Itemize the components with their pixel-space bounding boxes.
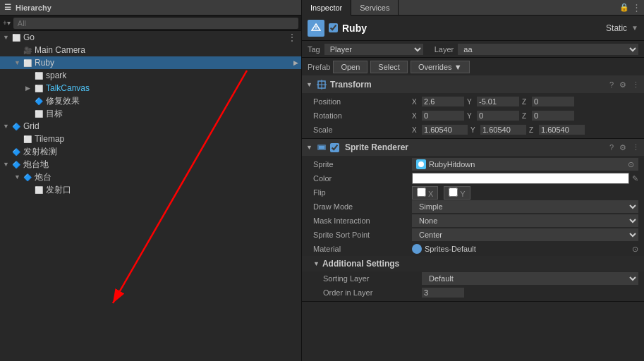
object-enabled-checkbox[interactable] [329,23,338,32]
expand-arrow-talkcanvas: ▶ [25,85,34,92]
scale-z-input[interactable] [539,125,585,135]
expand-arrow-go: ▼ [3,34,11,41]
material-label: Material [313,245,412,253]
sprite-renderer-menu-icon[interactable]: ⋮ [632,143,640,152]
flip-y-checkbox-area[interactable]: Y [444,186,470,200]
sz-label: Z [529,126,537,134]
transform-title: Transform [330,80,607,90]
order-in-layer-input[interactable] [422,288,464,298]
flip-x-checkbox-area[interactable]: X [412,186,438,200]
transform-header[interactable]: ▼ Transform ? ⚙ ⋮ [302,76,644,93]
sprite-row: Sprite RubyHitdown ⊙ [302,157,644,171]
flip-row: Flip X Y [302,185,644,200]
overrides-button[interactable]: Overrides ▼ [411,61,470,73]
transform-body: Position X Y Z [302,93,644,138]
lock-icon[interactable]: 🔒 [619,3,629,12]
rotation-label: Rotation [313,111,412,120]
tree-item-pao[interactable]: ▼ 🔷 炮台 [0,171,301,183]
svg-rect-8 [319,146,324,149]
sprite-renderer-title: Sprite Renderer [345,142,607,152]
draw-mode-row: Draw Mode Simple [302,200,644,214]
sprite-pick-btn[interactable]: ⊙ [628,160,634,169]
position-y-input[interactable] [477,97,519,106]
hierarchy-title: Hierarchy [16,4,51,12]
tab-services[interactable]: Services [351,0,399,16]
position-z-field: Z [522,97,574,106]
scale-x-input[interactable] [422,125,468,135]
tab-inspector[interactable]: Inspector [302,0,351,16]
sprite-field: RubyHitdown ⊙ [412,158,638,171]
select-button[interactable]: Select [370,61,408,73]
right-arrow-ruby: ▶ [293,59,298,66]
tree-item-paohai[interactable]: ▼ 🔷 炮台地 [0,158,301,171]
flip-y-checkbox[interactable] [449,188,458,197]
tree-item-talkcanvas[interactable]: ▶ ⬜ TalkCanvas [0,82,301,94]
tree-item-spark[interactable]: ⬜ spark [0,69,301,82]
rz-label: Z [522,112,530,120]
rotation-z-input[interactable] [532,111,574,121]
sprite-renderer-help-icon[interactable]: ? [609,143,614,152]
additional-settings-header[interactable]: ▼ Additional Settings [302,256,644,271]
static-dropdown-arrow[interactable]: ▼ [631,24,638,32]
layer-dropdown[interactable]: aa [458,44,638,55]
material-pick-btn[interactable]: ⊙ [632,245,638,254]
draw-mode-values: Simple [412,200,638,213]
position-x-field: X [412,97,464,106]
gameobject-icon-go: ⬜ [11,32,21,42]
tree-item-grid[interactable]: ▼ 🔷 Grid [0,120,301,133]
hierarchy-panel: ☰ Hierarchy +▾ ▼ ⬜ Go ⋮ 🎥 Main Camera [0,0,302,361]
flip-values: X Y [412,186,638,200]
search-input[interactable] [13,18,298,29]
sprite-sort-point-dropdown[interactable]: Center [412,228,638,241]
color-row: Color ✎ [302,171,644,185]
color-preview[interactable] [412,173,629,184]
draw-mode-label: Draw Mode [313,202,412,211]
mesh-icon-target: ⬜ [34,109,44,118]
go-icon-spark: ⬜ [34,71,44,80]
draw-mode-dropdown[interactable]: Simple [412,200,638,213]
rotation-x-input[interactable] [422,111,464,121]
position-values: X Y Z [412,97,638,106]
scale-values: X Y Z [412,125,638,135]
go-icon-tilemap: ⬜ [23,134,32,144]
transform-settings-icon[interactable]: ⚙ [619,80,626,90]
context-dots-go[interactable]: ⋮ [287,32,297,43]
tree-item-fakou[interactable]: ⬜ 发射口 [0,183,301,196]
tree-item-ruby[interactable]: ▼ ⬜ Ruby ▶ [0,56,301,69]
position-x-input[interactable] [422,97,464,106]
sorting-layer-dropdown[interactable]: Default [422,272,638,285]
mask-interaction-dropdown[interactable]: None [412,214,638,227]
tree-item-tilemap[interactable]: ⬜ Tilemap [0,133,301,145]
rotation-row: Rotation X Y Z [302,109,644,123]
sprite-renderer-enabled[interactable] [330,143,339,152]
transform-icon [316,79,327,90]
transform-menu-icon[interactable]: ⋮ [632,80,640,90]
tree-item-target[interactable]: ⬜ 目标 [0,107,301,120]
flip-x-checkbox[interactable] [417,188,426,197]
go-icon-fakou: ⬜ [34,185,44,195]
tree-item-main-camera[interactable]: 🎥 Main Camera [0,44,301,56]
material-field: Sprites-Default ⊙ [412,244,638,254]
position-y-field: Y [467,97,519,106]
sprite-renderer-fold-arrow: ▼ [306,144,313,151]
transform-help-icon[interactable]: ? [609,80,614,89]
tree-item-detect[interactable]: 🔷 发射检测 [0,145,301,158]
sprite-renderer-header-btns: ? ⚙ ⋮ [609,143,640,152]
color-pick-btn[interactable]: ✎ [632,174,638,183]
sprite-renderer-settings-icon[interactable]: ⚙ [619,143,626,152]
tree-item-effect[interactable]: 🔷 修复效果 [0,94,301,107]
open-button[interactable]: Open [333,61,367,73]
position-z-input[interactable] [532,97,574,106]
plus-icon[interactable]: +▾ [3,19,11,27]
tree-label-pao: 炮台 [35,171,51,183]
menu-dots-icon[interactable]: ⋮ [632,2,641,13]
tag-dropdown[interactable]: Player [324,44,423,55]
tree-item-go[interactable]: ▼ ⬜ Go ⋮ [0,31,301,44]
scale-y-input[interactable] [480,125,526,135]
rotation-y-input[interactable] [477,111,519,121]
tree-label-ruby: Ruby [35,58,54,68]
hierarchy-icon: ☰ [4,3,11,12]
sorting-layer-label: Sorting Layer [323,274,422,283]
material-values: Sprites-Default ⊙ [412,244,638,254]
sprite-renderer-header[interactable]: ▼ Sprite Renderer ? ⚙ ⋮ [302,139,644,156]
